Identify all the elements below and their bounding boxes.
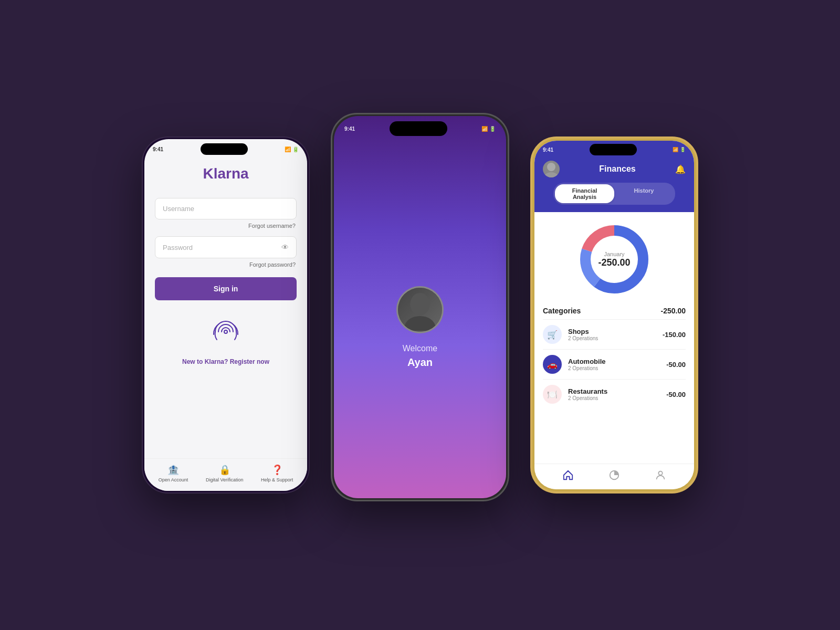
automobile-amount: -50.00: [666, 361, 686, 369]
category-restaurants: 🍽️ Restaurants 2 Operations -50.00: [543, 379, 686, 409]
nav-home[interactable]: [562, 469, 574, 481]
category-automobile: 🚗 Automobile 2 Operations -50.00: [543, 349, 686, 379]
automobile-ops: 2 Operations: [568, 365, 666, 371]
shops-icon: 🛒: [543, 325, 562, 344]
dynamic-island: [201, 143, 248, 155]
status-icons: 📶 🔋: [481, 126, 496, 132]
finances-title: Finances: [599, 164, 635, 174]
svg-point-3: [547, 163, 555, 171]
svg-point-1: [410, 293, 429, 316]
nav-profile[interactable]: [655, 469, 666, 481]
restaurants-amount: -50.00: [666, 391, 686, 398]
time-display: 9:41: [153, 146, 163, 152]
svg-point-0: [224, 330, 227, 333]
klarna-screen: 9:41 📶 🔋 Klarna Username Forgot username…: [144, 139, 307, 491]
username-group: Username: [155, 198, 297, 219]
password-placeholder: Password: [163, 244, 193, 251]
status-icons: 📶 🔋: [285, 146, 299, 152]
username-placeholder: Username: [163, 205, 194, 213]
automobile-info: Automobile 2 Operations: [568, 358, 666, 371]
svg-point-10: [658, 471, 662, 475]
user-avatar: [396, 286, 444, 333]
nav-open-account[interactable]: 🏦 Open Account: [159, 464, 188, 482]
user-name: Ayan: [407, 356, 433, 369]
header-avatar: [543, 161, 560, 177]
open-account-icon: 🏦: [167, 464, 179, 476]
time-display: 9:41: [344, 126, 355, 132]
forgot-password[interactable]: Forgot password?: [155, 261, 297, 268]
finances-bottom-nav: [534, 464, 694, 489]
help-support-label: Help & Support: [261, 477, 293, 482]
eye-icon: 👁: [281, 243, 289, 251]
categories-header: Categories -250.00: [543, 301, 686, 319]
home-icon: [562, 469, 574, 481]
digital-verification-label: Digital Verification: [206, 477, 244, 482]
donut-center: January -250.00: [598, 251, 630, 268]
fingerprint-icon: [210, 316, 242, 348]
category-shops: 🛒 Shops 2 Operations -150.00: [543, 319, 686, 349]
register-text: New to Klarna? Register now: [144, 358, 307, 376]
register-prefix: New to Klarna?: [182, 358, 228, 365]
phone-welcome: 9:41 📶 🔋 Welcome Ayan: [331, 113, 509, 501]
username-input[interactable]: Username: [155, 198, 297, 219]
battery-icon: 🔋: [680, 147, 686, 152]
battery-icon: 🔋: [489, 126, 496, 132]
categories-total: -250.00: [661, 307, 686, 315]
donut-chart: January -250.00: [578, 223, 651, 296]
nav-digital-verification[interactable]: 🔒 Digital Verification: [206, 464, 244, 482]
shops-name: Shops: [568, 328, 663, 335]
wifi-icon: 📶: [481, 126, 488, 132]
status-icons: 📶 🔋: [673, 147, 686, 152]
categories-title: Categories: [543, 307, 581, 315]
categories-section: Categories -250.00 🛒 Shops 2 Operations …: [534, 301, 694, 409]
restaurants-info: Restaurants 2 Operations: [568, 387, 666, 401]
tab-bar: Financial Analysis History: [553, 183, 675, 205]
fingerprint-area[interactable]: [144, 300, 307, 358]
signin-button[interactable]: Sign in: [155, 277, 297, 300]
wifi-icon: 📶: [673, 147, 678, 152]
finances-header-top: Finances 🔔: [543, 158, 686, 177]
finances-header: 9:41 📶 🔋: [534, 141, 694, 212]
svg-point-4: [544, 172, 559, 177]
automobile-icon: 🚗: [543, 355, 562, 374]
finances-body: January -250.00 Categories -250.00: [534, 212, 694, 464]
register-link[interactable]: Register now: [230, 358, 269, 365]
tab-financial-analysis[interactable]: Financial Analysis: [555, 184, 614, 203]
donut-chart-container: January -250.00: [534, 212, 694, 301]
password-group: Password 👁: [155, 236, 297, 258]
automobile-name: Automobile: [568, 358, 666, 365]
battery-icon: 🔋: [292, 146, 299, 152]
nav-chart[interactable]: [608, 469, 620, 481]
chart-icon: [608, 469, 620, 481]
finances-screen: 9:41 📶 🔋: [534, 141, 694, 489]
tab-history[interactable]: History: [614, 184, 674, 203]
welcome-text: Welcome: [403, 344, 437, 353]
password-input[interactable]: Password 👁: [155, 236, 297, 258]
help-support-icon: ❓: [271, 464, 283, 476]
phone-klarna: 9:41 📶 🔋 Klarna Username Forgot username…: [142, 136, 310, 494]
klarna-form: Username Forgot username? Password 👁 For…: [144, 198, 307, 300]
klarna-bottom-nav: 🏦 Open Account 🔒 Digital Verification ❓ …: [144, 458, 307, 491]
svg-point-2: [405, 316, 436, 331]
shops-info: Shops 2 Operations: [568, 328, 663, 341]
wifi-icon: 📶: [285, 146, 291, 152]
digital-verification-icon: 🔒: [219, 464, 230, 476]
time-display: 9:41: [543, 147, 553, 153]
profile-icon: [655, 469, 666, 481]
nav-help-support[interactable]: ❓ Help & Support: [261, 464, 293, 482]
bell-icon[interactable]: 🔔: [675, 164, 686, 174]
phone-finances: 9:41 📶 🔋: [530, 136, 698, 494]
shops-amount: -150.00: [663, 331, 686, 339]
klarna-title: Klarna: [144, 165, 307, 182]
dynamic-island: [590, 144, 637, 155]
donut-month: January: [598, 251, 630, 257]
avatar-image: [398, 288, 442, 332]
donut-amount: -250.00: [598, 257, 630, 268]
restaurants-icon: 🍽️: [543, 385, 562, 404]
restaurants-name: Restaurants: [568, 387, 666, 395]
open-account-label: Open Account: [159, 477, 188, 482]
restaurants-ops: 2 Operations: [568, 395, 666, 401]
phones-container: 9:41 📶 🔋 Klarna Username Forgot username…: [121, 108, 719, 522]
welcome-screen: Welcome Ayan: [334, 136, 506, 498]
forgot-username[interactable]: Forgot username?: [155, 223, 297, 229]
